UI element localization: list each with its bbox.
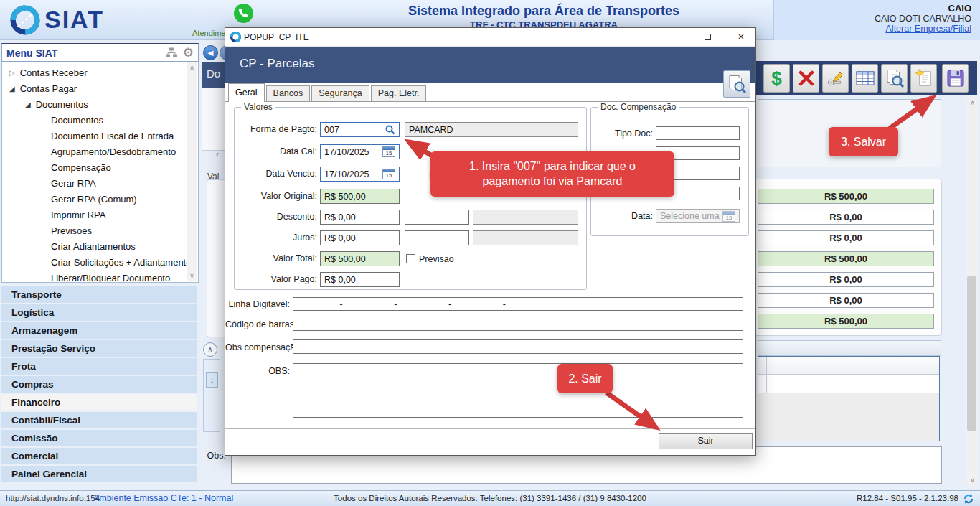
module-logistica[interactable]: Logística: [1, 304, 197, 321]
tree-item-documentos[interactable]: Documentos: [2, 112, 103, 128]
back-button[interactable]: ◄: [203, 45, 218, 60]
scroll-up-icon[interactable]: ∧: [187, 64, 197, 71]
ambiente-link[interactable]: Ambiente Emissão CTe: 1 - Normal: [93, 493, 233, 503]
valor-pago-field-bg[interactable]: R$ 0,00: [758, 272, 934, 287]
money-button[interactable]: $: [763, 64, 790, 93]
scrollbar-thumb[interactable]: [967, 276, 976, 431]
codigo-barras-label: Código de barras:: [225, 319, 290, 329]
tab-bancos[interactable]: Bancos: [266, 85, 311, 102]
siat-logo-icon: [10, 5, 40, 35]
tree-item-previsoes[interactable]: Previsões: [2, 222, 92, 238]
expander-expanded-icon[interactable]: ◢: [25, 100, 31, 108]
module-armazenagem[interactable]: Armazenagem: [1, 322, 197, 339]
module-compras[interactable]: Compras: [1, 376, 197, 393]
status-rights: Todos os Direitos Autorais Reservados. T…: [334, 494, 646, 502]
data-vencto-input[interactable]: 17/10/2025 15: [320, 167, 400, 182]
desconto-field[interactable]: R$ 0,00: [320, 210, 400, 225]
collapse-chevron-icon[interactable]: ‹: [212, 149, 223, 161]
obs-textarea[interactable]: [293, 363, 743, 418]
search-records-button[interactable]: [723, 70, 750, 98]
expander-collapsed-icon[interactable]: ▷: [9, 69, 15, 77]
new-document-button[interactable]: [910, 64, 937, 93]
change-company-link[interactable]: Alterar Empresa/Filial: [774, 24, 971, 34]
table-button[interactable]: [852, 64, 878, 93]
save-button[interactable]: [942, 64, 969, 93]
search-icon[interactable]: [385, 125, 395, 135]
expander-expanded-icon[interactable]: ◢: [9, 85, 15, 93]
module-comercial[interactable]: Comercial: [1, 448, 197, 464]
search-documents-button[interactable]: [881, 64, 908, 93]
gear-icon[interactable]: ⚙: [183, 45, 194, 60]
valores-label-fragment: Val: [207, 172, 219, 182]
tree-item-doc-fiscal-entrada[interactable]: Documento Fiscal de Entrada: [2, 128, 174, 144]
valor-saldo-field-bg[interactable]: R$ 500,00: [758, 314, 934, 329]
valor-original-field-bg[interactable]: R$ 500,00: [758, 189, 934, 204]
module-comissao[interactable]: Comissão: [1, 430, 197, 446]
scroll-up-icon[interactable]: ∧: [966, 99, 979, 106]
tree-item-contas-pagar[interactable]: ◢Contas Pagar: [2, 80, 77, 96]
tree-scrollbar[interactable]: ∧ ∨: [187, 62, 197, 281]
scroll-down-icon[interactable]: ∨: [187, 272, 197, 279]
tree-item-gerar-rpa[interactable]: Gerar RPA: [2, 175, 96, 191]
tree-item-contas-receber[interactable]: ▷Contas Receber: [2, 65, 88, 80]
tree-item-agrupamento[interactable]: Agrupamento/Desdobramento: [2, 144, 176, 159]
refresh-icon[interactable]: [963, 493, 974, 505]
calendar-icon[interactable]: 15: [382, 169, 395, 179]
maximize-icon[interactable]: [694, 28, 720, 47]
collapse-up-button[interactable]: ∧: [203, 342, 217, 357]
tree-item-liberar-bloquear[interactable]: Liberar/Bloquear Documento: [2, 270, 170, 283]
tree-item-criar-adiantamentos[interactable]: Criar Adiantamentos: [2, 238, 136, 254]
juros-field[interactable]: R$ 0,00: [320, 230, 400, 245]
module-frota[interactable]: Frota: [1, 358, 197, 375]
module-transporte[interactable]: Transporte: [1, 286, 197, 303]
sair-button[interactable]: Sair: [659, 433, 753, 449]
move-down-icon[interactable]: ↓: [206, 372, 218, 388]
tree-item-imprimir-rpa[interactable]: Imprimir RPA: [2, 207, 105, 222]
module-painel-gerencial[interactable]: Painel Gerencial: [1, 466, 197, 482]
tree-item-documentos-group[interactable]: ◢Documentos: [2, 96, 88, 112]
status-version: R12.84 - S01.95 - 2.1.23.98: [857, 494, 958, 502]
linha-digitavel-input[interactable]: ________-_ ________-_ ________-_ _______…: [293, 297, 743, 311]
valor-original-field[interactable]: R$ 500,00: [320, 189, 400, 204]
desconto-extra-field[interactable]: [405, 210, 469, 225]
org-chart-icon[interactable]: [166, 47, 177, 58]
close-icon[interactable]: ×: [728, 28, 754, 47]
popup-titlebar: POPUP_CP_ITE — ×: [225, 28, 755, 47]
tree-item-compensacao[interactable]: Compensação: [2, 159, 111, 175]
module-financeiro[interactable]: Financeiro: [1, 394, 197, 411]
documentos-tab-fragment: Do: [202, 62, 225, 88]
delete-button[interactable]: [793, 64, 819, 93]
whatsapp-icon[interactable]: [234, 4, 253, 23]
tree-item-criar-solicitacoes[interactable]: Criar Solicitações + Adiantamentos: [2, 254, 196, 270]
key-pencil-icon: [826, 70, 844, 88]
previsao-checkbox[interactable]: [406, 254, 415, 263]
callout-step3: 3. Salvar: [829, 127, 898, 156]
juros-extra-field[interactable]: [405, 230, 469, 245]
valor-field-bg[interactable]: R$ 0,00: [758, 293, 934, 308]
tree-item-gerar-rpa-comum[interactable]: Gerar RPA (Comum): [2, 191, 137, 207]
tab-pag-eletr[interactable]: Pag. Eletr.: [371, 85, 427, 102]
valor-total-field[interactable]: R$ 500,00: [320, 251, 400, 266]
desconto-field-bg[interactable]: R$ 0,00: [758, 210, 934, 225]
data-cal-input[interactable]: 17/10/2025 15: [320, 144, 400, 159]
codigo-barras-input[interactable]: [293, 317, 743, 331]
tab-geral[interactable]: Geral: [228, 83, 265, 102]
tipo-doc-input[interactable]: [656, 126, 740, 140]
module-prestacao-servico[interactable]: Prestação Serviço: [1, 340, 197, 357]
popup-header: CP - Parcelas: [225, 47, 755, 83]
desconto-label: Desconto:: [230, 212, 317, 222]
forma-pagto-input[interactable]: 007: [320, 122, 400, 137]
obs-compensacao-input[interactable]: [293, 339, 743, 354]
tab-seguranca[interactable]: Segurança: [311, 85, 369, 102]
module-contabil-fiscal[interactable]: Contábil/Fiscal: [1, 412, 197, 428]
edit-key-button[interactable]: [822, 64, 849, 93]
valor-pago-field[interactable]: R$ 0,00: [320, 272, 400, 287]
siat-window-icon: [230, 32, 241, 42]
user-panel: CAIO CAIO DOTI CARVALHO Alterar Empresa/…: [773, 0, 980, 40]
valor-total-field-bg[interactable]: R$ 500,00: [758, 251, 934, 266]
juros-field-bg[interactable]: R$ 0,00: [758, 230, 934, 245]
minimize-icon[interactable]: —: [661, 28, 687, 47]
scroll-down-icon[interactable]: ∨: [966, 477, 979, 484]
calendar-icon[interactable]: 15: [382, 146, 395, 157]
obs-compensacao-label: Obs compensação:: [225, 342, 290, 352]
